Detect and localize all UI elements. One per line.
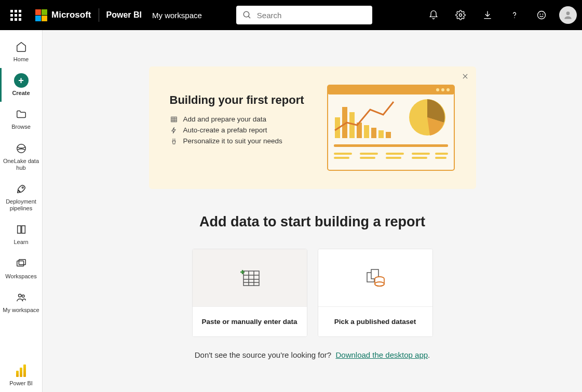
rocket-icon <box>16 183 27 195</box>
download-desktop-link[interactable]: Download the desktop app <box>335 350 428 359</box>
svg-point-6 <box>540 14 540 15</box>
download-icon <box>482 10 493 20</box>
close-icon <box>462 73 469 80</box>
table-plus-icon <box>238 268 261 288</box>
search-input[interactable] <box>257 11 366 20</box>
banner-step-3: Personalize it to suit your needs <box>170 137 313 145</box>
svg-point-5 <box>538 11 546 19</box>
svg-rect-23 <box>349 112 355 138</box>
header-divider <box>99 8 99 22</box>
banner-text: Building your first report Add and prepa… <box>170 81 313 174</box>
card-published-dataset[interactable]: Pick a published dataset <box>318 249 433 337</box>
svg-point-2 <box>459 14 462 17</box>
sidebar-item-label: Create <box>12 90 30 97</box>
banner-close-button[interactable] <box>462 73 469 82</box>
svg-line-1 <box>248 16 250 18</box>
data-hub-icon <box>16 143 27 154</box>
banner-step-text: Personalize it to suit your needs <box>183 137 282 145</box>
left-sidebar: Home + Create Browse OneLake data hub De… <box>0 30 43 392</box>
plus-circle-icon: + <box>14 73 29 88</box>
svg-point-19 <box>441 88 444 91</box>
app-launcher-button[interactable] <box>5 5 26 25</box>
svg-rect-12 <box>19 259 25 264</box>
search-box[interactable] <box>236 6 372 24</box>
product-name: Power BI <box>106 10 142 20</box>
help-button[interactable] <box>502 3 527 28</box>
powerbi-icon <box>16 364 26 377</box>
sidebar-item-home[interactable]: Home <box>0 34 42 68</box>
top-header: Microsoft Power BI My workspace <box>0 0 582 30</box>
sidebar-item-deployment[interactable]: Deployment pipelines <box>0 177 42 217</box>
table-icon <box>170 116 178 123</box>
smiley-icon <box>536 10 547 20</box>
sidebar-item-label: Deployment pipelines <box>2 198 40 212</box>
svg-rect-11 <box>17 261 23 266</box>
settings-button[interactable] <box>448 3 473 28</box>
svg-point-0 <box>243 11 249 17</box>
book-icon <box>16 224 27 235</box>
svg-point-13 <box>18 294 21 297</box>
svg-rect-39 <box>435 153 448 155</box>
sidebar-item-learn[interactable]: Learn <box>0 217 42 251</box>
dataset-icon <box>364 267 387 288</box>
workspaces-icon <box>16 258 27 269</box>
footer-period: . <box>428 350 430 359</box>
svg-point-10 <box>22 187 23 188</box>
gear-icon <box>455 10 466 20</box>
svg-point-4 <box>514 17 515 18</box>
svg-rect-37 <box>412 153 430 155</box>
svg-rect-27 <box>378 130 384 138</box>
search-icon <box>242 10 252 20</box>
svg-point-7 <box>543 14 543 15</box>
svg-point-18 <box>436 88 439 91</box>
banner-illustration <box>323 81 458 174</box>
account-button[interactable] <box>559 6 577 24</box>
card-label: Pick a published dataset <box>318 306 432 336</box>
sidebar-item-label: Home <box>13 56 29 63</box>
svg-rect-30 <box>334 144 448 147</box>
microsoft-logo-icon <box>35 9 47 21</box>
svg-point-20 <box>446 88 450 91</box>
sidebar-item-label: OneLake data hub <box>2 158 40 171</box>
header-actions <box>421 3 577 28</box>
sidebar-item-label: Workspaces <box>5 273 36 280</box>
microsoft-logo: Microsoft <box>35 9 91 21</box>
question-icon <box>509 10 520 20</box>
folder-icon <box>16 109 27 120</box>
sidebar-item-create[interactable]: + Create <box>0 68 42 102</box>
feedback-button[interactable] <box>529 3 554 28</box>
brush-icon <box>170 138 178 145</box>
banner-step-2: Auto-create a prefab report <box>170 126 313 134</box>
banner-step-1: Add and prepare your data <box>170 115 313 123</box>
sidebar-item-powerbi[interactable]: Power BI <box>0 358 42 392</box>
svg-rect-25 <box>364 125 369 138</box>
svg-rect-34 <box>360 157 375 159</box>
svg-rect-32 <box>334 157 349 159</box>
svg-rect-35 <box>386 153 404 155</box>
sidebar-item-my-workspace[interactable]: My workspace <box>0 285 42 319</box>
sidebar-item-onelake[interactable]: OneLake data hub <box>0 136 42 177</box>
svg-rect-15 <box>171 117 177 121</box>
card-label: Paste or manually enter data <box>193 306 307 336</box>
sidebar-item-label: Browse <box>11 124 31 130</box>
data-source-cards: Paste or manually enter data Pick a publ… <box>43 249 582 337</box>
sidebar-item-browse[interactable]: Browse <box>0 102 42 136</box>
svg-rect-26 <box>371 128 376 138</box>
notifications-button[interactable] <box>421 3 446 28</box>
footer-prompt-text: Don't see the source you're looking for? <box>195 350 331 359</box>
person-icon <box>563 10 573 20</box>
banner-step-text: Add and prepare your data <box>183 115 267 123</box>
sidebar-item-workspaces[interactable]: Workspaces <box>0 251 42 285</box>
people-icon <box>16 292 27 303</box>
microsoft-brand-text: Microsoft <box>51 10 91 20</box>
svg-rect-38 <box>412 157 427 159</box>
svg-rect-40 <box>435 157 446 159</box>
svg-rect-36 <box>386 157 401 159</box>
banner-title: Building your first report <box>170 93 313 107</box>
download-button[interactable] <box>475 3 500 28</box>
first-report-banner: Building your first report Add and prepa… <box>149 66 476 189</box>
footer-prompt: Don't see the source you're looking for?… <box>43 350 582 359</box>
workspace-breadcrumb[interactable]: My workspace <box>152 11 202 20</box>
card-paste-data[interactable]: Paste or manually enter data <box>192 249 307 337</box>
bell-icon <box>428 10 439 20</box>
